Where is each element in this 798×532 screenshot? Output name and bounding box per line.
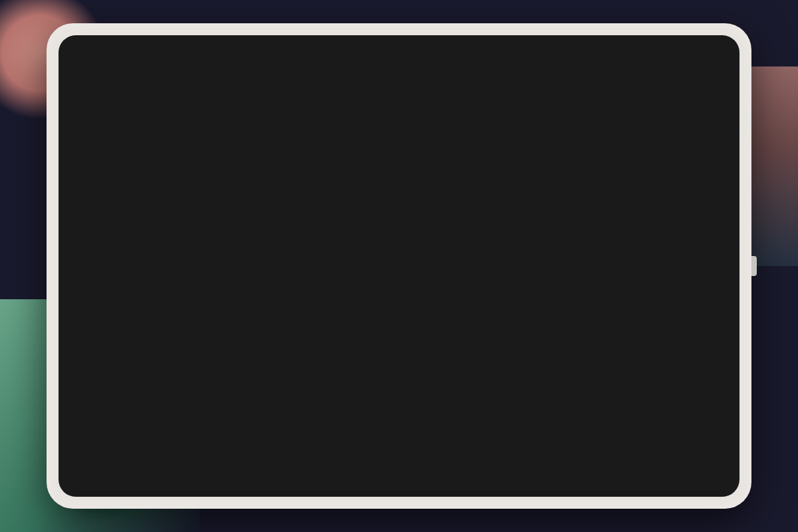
icon-grid <box>59 35 739 497</box>
tablet-screen <box>59 35 739 497</box>
tablet-frame <box>47 23 751 509</box>
tablet-button <box>751 256 757 276</box>
